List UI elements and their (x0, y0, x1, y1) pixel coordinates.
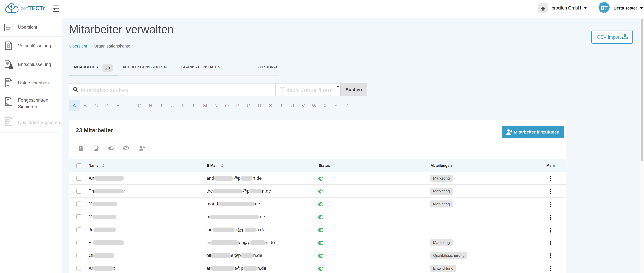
svg-text:F: F (6, 98, 9, 103)
svg-text:Q: Q (7, 118, 10, 123)
